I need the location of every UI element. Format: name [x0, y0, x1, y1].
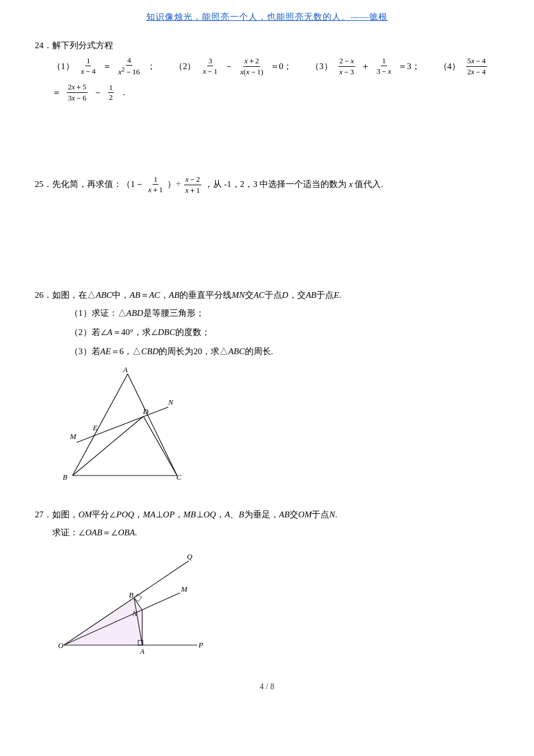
svg-text:A: A [139, 647, 145, 656]
svg-text:E: E [92, 423, 98, 432]
svg-text:A: A [122, 365, 128, 374]
part-3-label: （3） [311, 61, 333, 72]
frac-4: x＋2 x(x－1) [239, 56, 265, 77]
problem-27-proof: 求证：∠OAB＝∠OBA. [52, 525, 499, 541]
sub-26-3: （3）若AE＝6，△CBD的周长为20，求△ABC的周长. [70, 344, 499, 359]
problem-24-title: 24．解下列分式方程 [35, 40, 499, 51]
problem-26-title: 26．如图，在△ABC中，AB＝AC，AB的垂直平分线MN交AC于点D，交AB于… [35, 290, 499, 301]
part-2-label: （2） [174, 61, 196, 72]
frac-8: 2x＋5 3x－6 [67, 82, 88, 103]
answer-space-24 [35, 108, 499, 160]
angle-bisector-svg: O P Q M A B N [52, 546, 215, 663]
svg-line-1 [128, 374, 177, 476]
problem-25: 25．先化简，再求值：（1－ 1 x＋1 ）÷ x－2 x＋1 ，从 -1，2，… [35, 174, 499, 276]
svg-text:B: B [129, 591, 134, 599]
problem-25-title: 25．先化简，再求值：（1－ 1 x＋1 ）÷ x－2 x＋1 ，从 -1，2，… [35, 174, 499, 196]
triangle-abc-svg: A B C M E D N [52, 365, 203, 493]
frac-2: 4 x2－16 [117, 56, 141, 77]
svg-line-5 [143, 416, 177, 476]
frac-5: 2－x x－3 [338, 56, 355, 77]
svg-text:C: C [176, 473, 182, 481]
problem-27: 27．如图，OM平分∠POQ，MA⊥OP，MB⊥OQ，A、B为垂足，AB交OM于… [35, 509, 499, 665]
svg-line-0 [73, 374, 128, 476]
frac-p25-2: x－2 x＋1 [184, 174, 201, 196]
diagram-27: O P Q M A B N [52, 546, 499, 665]
frac-9: 1 2 [108, 83, 114, 102]
frac-3: 3 x－1 [201, 56, 218, 77]
svg-text:M: M [70, 432, 77, 441]
svg-text:N: N [168, 398, 174, 406]
svg-text:M: M [181, 585, 188, 593]
page-number: 4 / 8 [35, 682, 499, 692]
svg-line-4 [77, 407, 168, 442]
svg-text:B: B [63, 473, 67, 481]
sub-26-2: （2）若∠A＝40°，求∠DBC的度数； [70, 325, 499, 340]
svg-text:Q: Q [187, 552, 193, 561]
answer-space-25 [35, 200, 499, 276]
problem-24: 24．解下列分式方程 （1） 1 x－4 ＝ 4 x2－16 ； （2） 3 x… [35, 40, 499, 160]
frac-7: 5x－4 2x－4 [466, 56, 487, 77]
diagram-26: A B C M E D N [52, 365, 499, 495]
svg-text:O: O [58, 641, 64, 650]
header-text: 知识像烛光，能照亮一个人，也能照亮无数的人。——摭根 [146, 12, 388, 21]
svg-text:D: D [142, 407, 149, 416]
header-title: 知识像烛光，能照亮一个人，也能照亮无数的人。——摭根 [35, 12, 499, 23]
sub-26-1: （1）求证：△ABD是等腰三角形； [70, 305, 499, 321]
problem-27-title: 27．如图，OM平分∠POQ，MA⊥OP，MB⊥OQ，A、B为垂足，AB交OM于… [35, 509, 499, 520]
problem-26-subs: （1）求证：△ABD是等腰三角形； （2）若∠A＝40°，求∠DBC的度数； （… [70, 305, 499, 359]
problem-26: 26．如图，在△ABC中，AB＝AC，AB的垂直平分线MN交AC于点D，交AB于… [35, 290, 499, 495]
svg-text:P: P [198, 640, 203, 649]
part-1-label: （1） [52, 61, 74, 72]
frac-1-num: 1 x－4 [80, 56, 97, 77]
frac-p25-1: 1 x＋1 [147, 175, 164, 195]
problem-24-equations: （1） 1 x－4 ＝ 4 x2－16 ； （2） 3 x－1 － x＋2 x(… [52, 56, 499, 103]
svg-marker-28 [64, 598, 142, 645]
svg-line-3 [73, 416, 143, 476]
part-4-label: （4） [439, 61, 461, 72]
frac-6: 1 3－x [376, 56, 392, 77]
